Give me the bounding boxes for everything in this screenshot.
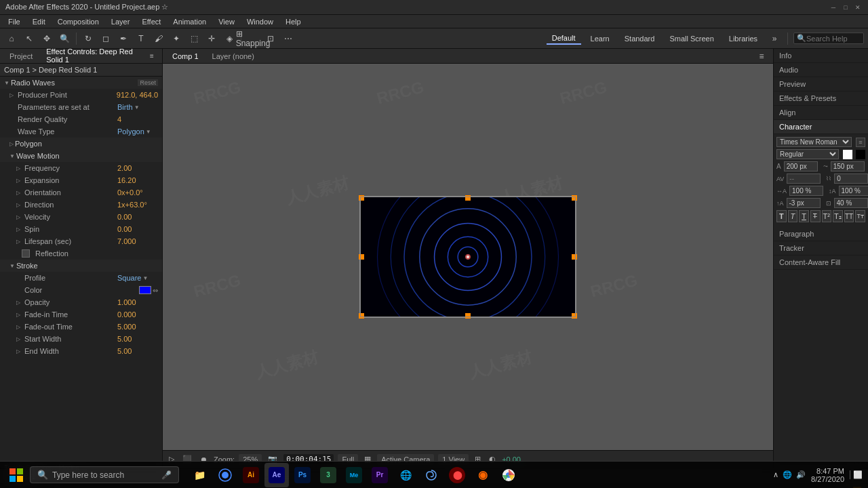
audio-panel[interactable]: Audio [774,63,868,77]
fade-in-value[interactable]: 0.000 [117,310,158,319]
font-style-icon[interactable]: ≡ [856,138,865,147]
menu-animation[interactable]: Animation [167,16,212,27]
search-input[interactable] [806,35,861,43]
comp-panel-menu[interactable]: ≡ [754,49,769,64]
font-size-input[interactable] [784,161,818,171]
producer-point-row[interactable]: ▷ Producer Point 912.0, 464.0 [0,89,162,101]
allcaps-button[interactable]: TT [844,210,854,222]
character-panel[interactable]: Character [774,120,868,134]
wave-type-value[interactable]: Polygon ▼ [117,127,158,136]
taskbar-cortana[interactable] [213,463,237,487]
render-quality-row[interactable]: ▷ Render Quality 4 [0,113,162,125]
italic-button[interactable]: T [788,210,798,222]
frequency-value[interactable]: 2.00 [117,164,158,172]
home-button[interactable]: ⌂ [4,31,19,46]
workspace-expand[interactable]: » [767,31,782,46]
menu-effect[interactable]: Effect [136,16,166,27]
start-width-row[interactable]: ▷ Start Width 5.00 [0,333,162,345]
menu-file[interactable]: File [3,16,26,27]
network-icon[interactable]: 🌐 [783,470,792,479]
plugin-header[interactable]: ▼ Radio Waves Reset [0,77,162,89]
panel-menu-btn[interactable]: ≡ [146,49,158,64]
menu-help[interactable]: Help [280,16,307,27]
taskbar-after-effects[interactable]: Ae [264,463,289,487]
workspace-learn[interactable]: Learn [585,33,615,44]
effects-presets-panel[interactable]: Effects & Presets [774,92,868,106]
taskbar-illustrator[interactable]: Ai [239,463,263,487]
select-tool[interactable]: ↖ [22,31,37,46]
reset-button[interactable]: Reset [138,79,158,86]
taskbar-red-app[interactable]: ⬤ [445,463,469,487]
params-set-value[interactable]: Birth ▼ [117,103,158,111]
taskbar-file-explorer[interactable]: 📁 [187,463,212,487]
taskbar-premiere[interactable]: Pr [368,463,392,487]
end-width-value[interactable]: 5.00 [117,347,158,355]
taskbar-media-encoder[interactable]: Me [342,463,366,487]
smallcaps-button[interactable]: Tᴛ [855,210,865,222]
frequency-row[interactable]: ▷ Frequency 2.00 [0,162,162,174]
polygon-section[interactable]: ▷ Polygon [0,138,162,150]
velocity-row[interactable]: ▷ Velocity 0.00 [0,211,162,223]
camera-tool[interactable]: ◈ [222,31,237,46]
h-scale-input[interactable] [789,186,823,196]
menu-layer[interactable]: Layer [106,16,136,27]
producer-point-value[interactable]: 912.0, 464.0 [117,91,158,99]
taskbar-orange-app[interactable]: ◉ [471,463,495,487]
stroke-section[interactable]: ▼ Stroke [0,260,162,272]
start-width-value[interactable]: 5.00 [117,335,158,343]
comp-tab[interactable]: Comp 1 [167,51,204,62]
fade-out-value[interactable]: 5.000 [117,323,158,331]
stamp-tool[interactable]: ✦ [169,31,184,46]
show-desktop-button[interactable]: ⬜ [850,470,863,479]
fade-in-row[interactable]: ▷ Fade-in Time 0.000 [0,308,162,321]
color-swatch[interactable] [139,286,151,294]
profile-value[interactable]: Square ▼ [117,274,158,282]
close-button[interactable]: ✕ [853,3,863,12]
taskbar-chrome[interactable] [496,463,521,487]
text-tool[interactable]: T [134,31,149,46]
wave-type-row[interactable]: ▷ Wave Type Polygon ▼ [0,125,162,138]
lifespan-value[interactable]: 7.000 [117,237,158,245]
workspace-default[interactable]: Default [547,33,581,45]
align-panel[interactable]: Align [774,106,868,120]
spin-row[interactable]: ▷ Spin 0.00 [0,223,162,235]
kern-input[interactable] [787,174,821,184]
taskbar-3dcoat[interactable]: 3 [316,463,340,487]
brush-tool[interactable]: 🖌 [151,31,166,46]
info-panel[interactable]: Info [774,49,868,63]
taskbar-app-extra1[interactable] [419,463,443,487]
strikethrough-button[interactable]: T̶ [810,210,821,222]
workspace-standard[interactable]: Standard [619,33,660,44]
tracker-panel[interactable]: Tracker [774,241,868,256]
project-tab[interactable]: Project [4,51,38,62]
paragraph-panel[interactable]: Paragraph [774,227,868,241]
baseline-input[interactable] [787,198,821,208]
lifespan-row[interactable]: ▷ Lifespan (sec) 7.000 [0,235,162,247]
workspace-small-screen[interactable]: Small Screen [664,33,719,44]
font-family-select[interactable]: Times New Roman [776,137,852,147]
pen-tool[interactable]: ✒ [116,31,131,46]
puppet-tool[interactable]: ✛ [204,31,219,46]
superscript-button[interactable]: T² [822,210,832,222]
underline-button[interactable]: T [799,210,809,222]
fade-out-row[interactable]: ▷ Fade-out Time 5.000 [0,321,162,333]
direction-value[interactable]: 1x+63.0° [117,201,158,209]
menu-view[interactable]: View [213,16,240,27]
menu-composition[interactable]: Composition [52,16,104,27]
zoom-tool[interactable]: 🔍 [57,31,72,46]
layer-tab[interactable]: Layer (none) [207,51,260,62]
spin-value[interactable]: 0.00 [117,225,158,233]
bold-button[interactable]: T [776,210,787,222]
menu-edit[interactable]: Edit [27,16,51,27]
profile-row[interactable]: ▷ Profile Square ▼ [0,272,162,284]
datetime-display[interactable]: 8:47 PM 8/27/2020 [811,467,844,483]
font-color-swatch[interactable] [843,150,852,159]
expansion-row[interactable]: ▷ Expansion 16.20 [0,174,162,186]
velocity-value[interactable]: 0.00 [117,213,158,221]
orientation-row[interactable]: ▷ Orientation 0x+0.0° [0,186,162,199]
tracking-input[interactable] [834,174,868,184]
opacity-row[interactable]: ▷ Opacity 1.000 [0,296,162,308]
3d-mode[interactable]: ⊡ [263,31,278,46]
params-set-row[interactable]: ▷ Parameters are set at Birth ▼ [0,101,162,113]
volume-icon[interactable]: 🔊 [796,470,806,479]
